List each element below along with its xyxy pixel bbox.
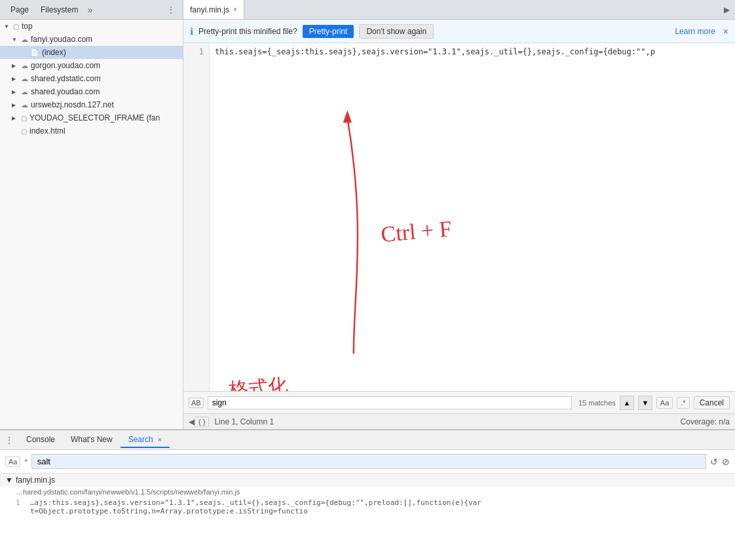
sidebar-shared-youdao-label: shared.youdao.com: [31, 87, 100, 96]
sidebar: ▼ ▢ top ▼ ☁ fanyi.youdao.com 📄 (index) ▶…: [0, 20, 183, 429]
editor-tabs: fanyi.min.js × ▶: [183, 0, 735, 19]
search-input-row: Aa * ↺ ⊘: [0, 450, 735, 474]
sidebar-shared-yd-label: shared.ydstatic.com: [31, 74, 101, 83]
triangle-icon-2: ▼: [12, 37, 18, 43]
info-bar: ℹ Pretty-print this minified file? Prett…: [183, 20, 735, 43]
line-number-1: 1: [183, 46, 209, 58]
pretty-print-button[interactable]: Pretty-print: [303, 25, 354, 38]
search-tab-close-icon[interactable]: ×: [158, 436, 162, 443]
search-result-url: …hared.ydstatic.com/fanyi/newweb/v1.1.5/…: [0, 487, 735, 497]
panel-toggle-icon[interactable]: ◀: [189, 417, 195, 426]
tab-search[interactable]: Search ×: [121, 432, 170, 448]
file-tab-close-icon[interactable]: ×: [233, 6, 237, 13]
search-result-content: …ajs:this.seajs},seajs.version="1.3.1",s…: [30, 498, 730, 515]
search-stop-icon[interactable]: ⊘: [722, 457, 730, 467]
triangle-icon-7: ▶: [12, 115, 18, 121]
file-tab-label: fanyi.min.js: [190, 5, 229, 14]
search-clear-icon[interactable]: ↺: [710, 457, 718, 467]
search-result-filename: fanyi.min.js: [16, 476, 55, 485]
triangle-icon-4: ▶: [12, 76, 18, 82]
bottom-panel-dots-icon[interactable]: ⋮: [5, 436, 13, 445]
sidebar-iframe-label: YOUDAO_SELECTOR_IFRAME (fan: [29, 113, 160, 122]
tab-options-icon[interactable]: ⋮: [167, 5, 175, 14]
file-tab-fanyi[interactable]: fanyi.min.js ×: [183, 0, 244, 19]
more-tabs-icon[interactable]: »: [87, 5, 92, 15]
tab-console[interactable]: Console: [18, 432, 63, 448]
main-area: ▼ ▢ top ▼ ☁ fanyi.youdao.com 📄 (index) ▶…: [0, 20, 735, 429]
tab-bar: Page Filesystem » ⋮ fanyi.min.js × ▶: [0, 0, 735, 20]
tab-page[interactable]: Page: [5, 3, 34, 17]
bottom-panel: ⋮ Console What's New Search × Aa * ↺ ⊘ ▼…: [0, 429, 735, 560]
file-icon: 📄: [30, 48, 39, 57]
cloud-icon-4: ☁: [21, 88, 28, 96]
frame-icon: ▢: [21, 115, 27, 122]
sidebar-item-shared-youdao[interactable]: ▶ ☁ shared.youdao.com: [0, 85, 183, 98]
search-main-input[interactable]: [31, 454, 706, 469]
sidebar-item-youdao-iframe[interactable]: ▶ ▢ YOUDAO_SELECTOR_IFRAME (fan: [0, 111, 183, 124]
search-cancel-button[interactable]: Cancel: [694, 396, 730, 409]
sidebar-index-label: (index): [42, 48, 66, 57]
sidebar-item-fanyi-youdao[interactable]: ▼ ☁ fanyi.youdao.com: [0, 33, 183, 46]
info-text: Pretty-print this minified file?: [198, 27, 297, 36]
cursor-position: Line 1, Column 1: [214, 417, 274, 426]
tab-filesystem[interactable]: Filesystem: [35, 3, 83, 17]
sidebar-item-shared-yd[interactable]: ▶ ☁ shared.ydstatic.com: [0, 72, 183, 85]
search-match-count: 15 matches: [578, 399, 616, 407]
file-icon-2: ▢: [21, 128, 27, 135]
search-results: ▼ fanyi.min.js …hared.ydstatic.com/fanyi…: [0, 474, 735, 560]
search-aa-toggle[interactable]: Aa: [5, 457, 20, 467]
info-icon: ℹ: [190, 26, 193, 37]
triangle-icon-5: ▶: [12, 89, 18, 95]
search-result-group-fanyi: ▼ fanyi.min.js …hared.ydstatic.com/fanyi…: [0, 474, 735, 517]
editor-area: ℹ Pretty-print this minified file? Prett…: [183, 20, 735, 429]
sidebar-indexhtml-label: index.html: [29, 126, 66, 136]
sidebar-item-index[interactable]: 📄 (index): [0, 46, 183, 59]
search-regex-toggle[interactable]: *: [24, 458, 27, 466]
search-prev-button[interactable]: ▲: [620, 396, 634, 410]
coverage-text: Coverage: n/a: [681, 417, 730, 426]
triangle-icon: ▼: [4, 24, 10, 29]
sidebar-fanyi-label: fanyi.youdao.com: [31, 35, 92, 44]
format-braces-icon: { }: [198, 418, 205, 426]
tab-whats-new[interactable]: What's New: [63, 432, 121, 448]
dont-show-button[interactable]: Don't show again: [359, 24, 434, 39]
code-line-1: this.seajs={_seajs:this.seajs},seajs.ver…: [215, 47, 655, 56]
sidebar-tabs: Page Filesystem » ⋮: [0, 0, 183, 19]
bottom-tabs: ⋮ Console What's New Search ×: [0, 430, 735, 450]
sidebar-top-label: top: [22, 22, 33, 31]
cloud-icon: ☁: [21, 35, 28, 44]
cloud-icon-2: ☁: [21, 62, 28, 70]
triangle-result-icon: ▼: [5, 476, 13, 485]
search-result-file-fanyi[interactable]: ▼ fanyi.min.js: [0, 474, 735, 487]
sidebar-urswebzj-label: urswebzj.nosdn.127.net: [31, 100, 114, 109]
status-bar: ◀ { } Line 1, Column 1 Coverage: n/a: [183, 413, 735, 429]
search-next-button[interactable]: ▼: [638, 396, 652, 410]
line-numbers: 1: [183, 43, 210, 391]
cloud-icon-5: ☁: [21, 101, 28, 109]
top-square-icon: ▢: [13, 23, 19, 30]
editor-search-input[interactable]: [208, 396, 572, 409]
code-content[interactable]: this.seajs={_seajs:this.seajs},seajs.ver…: [210, 43, 735, 391]
format-button[interactable]: { }: [195, 417, 209, 427]
sidebar-item-index-html[interactable]: ▢ index.html: [0, 124, 183, 138]
sidebar-gorgon-label: gorgon.youdao.com: [31, 61, 100, 70]
sidebar-item-urswebzj[interactable]: ▶ ☁ urswebzj.nosdn.127.net: [0, 98, 183, 111]
close-info-icon[interactable]: ×: [723, 26, 728, 37]
triangle-icon-6: ▶: [12, 102, 18, 108]
search-result-line-1[interactable]: 1 …ajs:this.seajs},seajs.version="1.3.1"…: [0, 497, 735, 517]
search-panel: Aa * ↺ ⊘ ▼ fanyi.min.js …hared.ydstatic.…: [0, 450, 735, 560]
tab-forward-icon[interactable]: ▶: [719, 3, 735, 17]
ab-icon: AB: [189, 398, 204, 408]
sidebar-item-gorgon[interactable]: ▶ ☁ gorgon.youdao.com: [0, 59, 183, 72]
cloud-icon-3: ☁: [21, 75, 28, 83]
sidebar-item-top[interactable]: ▼ ▢ top: [0, 20, 183, 33]
search-case-button[interactable]: Aa: [656, 397, 673, 409]
search-regex-button[interactable]: .*: [677, 397, 689, 409]
search-result-linenum: 1: [16, 498, 26, 507]
learn-more-link[interactable]: Learn more: [675, 27, 715, 36]
editor-search-bar: AB 15 matches ▲ ▼ Aa .* Cancel: [183, 391, 735, 413]
triangle-icon-3: ▶: [12, 63, 18, 69]
code-area: 1 this.seajs={_seajs:this.seajs},seajs.v…: [183, 43, 735, 391]
